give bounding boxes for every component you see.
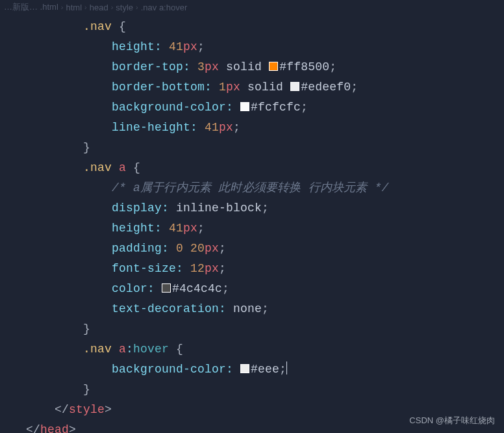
chevron-right-icon: › — [136, 3, 138, 11]
color-swatch-icon — [290, 82, 299, 91]
css-property: border-top — [112, 60, 183, 73]
watermark: CSDN @橘子味红烧肉 — [409, 415, 495, 426]
code-line[interactable]: line-height: 41px; — [13, 118, 504, 138]
code-line[interactable]: background-color: #eee; — [13, 360, 504, 380]
chevron-right-icon: › — [61, 3, 64, 11]
breadcrumb-rule[interactable]: .nav a:hover — [141, 3, 188, 12]
code-editor[interactable]: .nav { height: 41px; border-top: 3px sol… — [0, 14, 504, 433]
code-line[interactable]: color: #4c4c4c; — [13, 279, 504, 299]
text-cursor-icon — [286, 361, 287, 374]
css-selector: .nav — [83, 20, 112, 33]
code-line[interactable]: text-decoration: none; — [13, 299, 504, 319]
breadcrumb: …新版… .html › html › head › style › .nav … — [0, 0, 504, 14]
code-line[interactable]: /* a属于行内元素 此时必须要转换 行内块元素 */ — [13, 178, 504, 198]
chevron-right-icon: › — [111, 3, 114, 11]
code-line[interactable]: padding: 0 20px; — [13, 239, 504, 259]
code-line[interactable]: border-bottom: 1px solid #edeef0; — [13, 77, 504, 98]
css-property: background-color — [112, 101, 226, 114]
color-swatch-icon — [240, 102, 249, 111]
code-line[interactable]: border-top: 3px solid #ff8500; — [13, 57, 504, 77]
css-property: height — [112, 40, 155, 53]
code-line[interactable]: background-color: #fcfcfc; — [13, 98, 504, 118]
color-swatch-icon — [162, 283, 171, 293]
code-line[interactable]: } — [13, 138, 504, 158]
code-line[interactable]: .nav a { — [13, 158, 504, 178]
chevron-right-icon: › — [84, 3, 87, 11]
css-selector: .nav — [83, 343, 112, 356]
css-property: height — [112, 222, 155, 235]
color-swatch-icon — [269, 62, 278, 71]
breadcrumb-head[interactable]: head — [90, 3, 108, 12]
code-line[interactable]: height: 41px; — [13, 218, 504, 239]
color-swatch-icon — [240, 364, 249, 373]
code-line[interactable]: font-size: 12px; — [13, 259, 504, 279]
breadcrumb-html[interactable]: html — [66, 3, 82, 12]
css-property: line-height — [112, 121, 190, 134]
css-property: display — [112, 202, 162, 215]
code-line[interactable]: } — [13, 319, 504, 339]
code-line[interactable]: .nav { — [13, 17, 504, 37]
css-property: font-size — [112, 262, 176, 275]
css-property: color — [112, 282, 147, 295]
code-line[interactable]: display: inline-block; — [13, 198, 504, 218]
breadcrumb-file[interactable]: …新版… .html — [4, 1, 58, 13]
css-property: padding — [112, 242, 162, 255]
code-line[interactable]: } — [13, 380, 504, 400]
breadcrumb-style[interactable]: style — [116, 3, 133, 12]
css-property: text-decoration — [112, 302, 219, 315]
css-comment: /* a属于行内元素 此时必须要转换 行内块元素 */ — [112, 181, 389, 194]
css-selector: .nav — [83, 161, 112, 174]
code-line[interactable]: .nav a:hover { — [13, 339, 504, 360]
css-property: border-bottom — [112, 81, 205, 94]
css-property: background-color — [112, 363, 226, 376]
code-line[interactable]: height: 41px; — [13, 37, 504, 57]
